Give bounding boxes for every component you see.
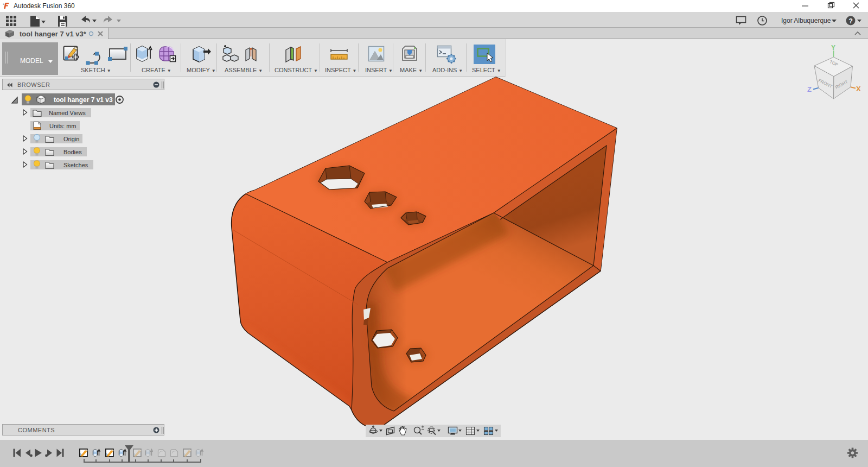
- svg-text:?: ?: [849, 17, 853, 25]
- svg-text:Origin: Origin: [63, 136, 79, 142]
- svg-text:Y: Y: [831, 44, 835, 52]
- svg-text:Z: Z: [807, 85, 812, 93]
- svg-text:Units: mm: Units: mm: [49, 123, 76, 129]
- svg-text:Igor Albuquerque: Igor Albuquerque: [781, 17, 831, 24]
- svg-text:Sketches: Sketches: [63, 162, 88, 168]
- svg-text:Bodies: Bodies: [63, 149, 82, 155]
- svg-text:X: X: [856, 85, 861, 93]
- svg-text:tool hanger 7 v1 v3: tool hanger 7 v1 v3: [54, 96, 113, 104]
- svg-text:Named Views: Named Views: [49, 110, 86, 116]
